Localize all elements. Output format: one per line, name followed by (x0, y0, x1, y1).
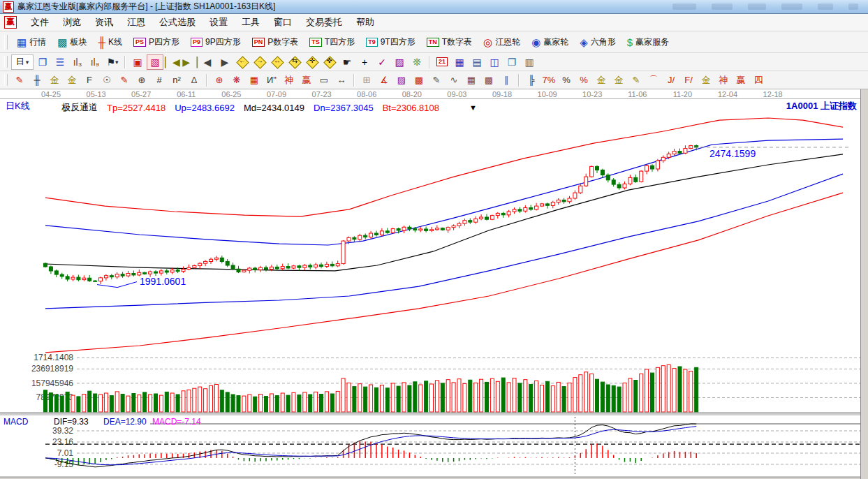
toolbar-button-p-number-table[interactable]: PNP数字表 (247, 34, 304, 50)
dual-screen-icon: ❐ (508, 57, 517, 68)
red-pen-tool-button[interactable]: ✎ (116, 73, 133, 88)
diamond-left-button[interactable]: ← (234, 54, 251, 70)
menu-item-window[interactable]: 窗口 (267, 14, 299, 31)
toolbar-button-9p-square[interactable]: P99P四方形 (186, 34, 246, 50)
quote-list-button[interactable]: ☰ (52, 54, 68, 70)
spiral-tool-button[interactable]: ☉ (98, 73, 115, 88)
ruler-123-tool-button[interactable]: ▭ (316, 73, 332, 88)
percent-levels-tool-button[interactable]: % (575, 73, 592, 88)
web-star-tool-button[interactable]: ❋ (228, 73, 245, 88)
wave-tool-button[interactable]: ⌒ (645, 73, 662, 88)
shen-tool-button[interactable]: 神 (281, 73, 297, 88)
toolbar-button-p-square[interactable]: PSP四方形 (128, 34, 184, 50)
toolbar-button-kline[interactable]: ╫K线 (93, 34, 127, 50)
gann-lines-tool-button[interactable]: ╫ (29, 73, 45, 88)
calendar-button[interactable]: 21 (434, 54, 450, 70)
diamond-expand-button[interactable]: ✜ (321, 54, 338, 70)
menu-item-tools[interactable]: 工具 (235, 14, 267, 31)
time-circle-tool-button[interactable]: ⊕ (133, 73, 150, 88)
diamond-hexpand-button[interactable]: ↔ (269, 54, 286, 70)
dual-screen-button[interactable]: ❐ (503, 54, 520, 70)
k-mark-tool-button[interactable]: И" (263, 73, 280, 88)
period-day-button[interactable]: 日▾ (11, 54, 34, 70)
seven-percent-tool-button[interactable]: 7% (540, 73, 557, 88)
menu-item-file[interactable]: 文件 (24, 14, 56, 31)
menu-item-browse[interactable]: 浏览 (56, 14, 88, 31)
gold-lines-tool-button[interactable]: 金 (610, 73, 627, 88)
crosshair-tool-button[interactable]: + (356, 54, 373, 70)
n2-tool-button[interactable]: n² (168, 73, 185, 88)
red-frame-tool-button[interactable]: ▣ (129, 54, 146, 70)
si-angle-tool-button[interactable]: 四 (750, 73, 767, 88)
menu-item-formula-picker[interactable]: 公式选股 (152, 14, 203, 31)
save-button[interactable]: ◫ (486, 54, 503, 70)
volume-profile-button[interactable]: ▧ (147, 54, 163, 70)
memo-button[interactable]: ▤ (469, 54, 485, 70)
angle-tool-button[interactable]: ∆ (186, 73, 203, 88)
legend-dropdown-caret[interactable]: ▼ (469, 103, 477, 112)
flag-marker-button[interactable]: ⚑▾ (104, 54, 121, 70)
gold-box-tool-button[interactable]: 金 (64, 73, 80, 88)
menu-item-help[interactable]: 帮助 (349, 14, 381, 31)
toolbar-button-gann-wheel[interactable]: ◎江恩轮 (478, 34, 525, 50)
gold-section-tool-button[interactable]: 金 (46, 73, 63, 88)
title-bar[interactable]: 赢 赢家江恩专业版[赢家内部服务平台] - [上证指数 SH1A0001-163… (0, 0, 868, 14)
green-web-tool-button[interactable]: ❊ (409, 54, 425, 70)
ying-angle-tool-button[interactable]: 赢 (733, 73, 749, 88)
f-angle-tool-button[interactable]: F/ (680, 73, 697, 88)
gray-grid-tool-button[interactable]: ⊞ (358, 73, 375, 88)
menu-item-settings[interactable]: 设置 (203, 14, 235, 31)
toolbar-button-t-square[interactable]: TST四方形 (304, 34, 360, 50)
ruler-lines-tool-button[interactable]: # (151, 73, 168, 88)
toolbar-button-sectors[interactable]: ▩板块 (52, 34, 91, 50)
printer-button[interactable]: ▥ (521, 54, 538, 70)
gold-pen-tool-button[interactable]: ✎ (628, 73, 645, 88)
pointer-check-tool-button[interactable]: ✓ (374, 54, 390, 70)
toolbar-button-winner-service[interactable]: $赢家服务 (622, 34, 674, 50)
pen2-tool-button[interactable]: ✎ (428, 73, 445, 88)
last-bar-button[interactable]: ▶▕ (182, 54, 198, 70)
diamond-cross-button[interactable]: ✛ (304, 54, 321, 70)
toolbar-button-winner-wheel[interactable]: ◉赢家轮 (527, 34, 573, 50)
diamond-hshrink-button[interactable]: ⇆ (286, 54, 303, 70)
toolbar-button-9t-square[interactable]: T99T四方形 (361, 34, 420, 50)
window-tile-button[interactable]: ❐ (34, 54, 51, 70)
web-grid-tool-button[interactable]: ▦ (246, 73, 263, 88)
percent-tool-button[interactable]: % (558, 73, 575, 88)
calculator-button[interactable]: ▦ (451, 54, 468, 70)
width-arrows-tool-button[interactable]: ↔ (333, 73, 350, 88)
toolbar-button-label: T数字表 (442, 36, 472, 48)
mini-chart3-button[interactable]: ıl₃ (69, 54, 86, 70)
mini-chart9-button[interactable]: ıl₉ (87, 54, 103, 70)
pen-tool-button[interactable]: ✎ (11, 73, 28, 88)
box-grid-tool-button[interactable]: ▩ (480, 73, 497, 88)
fib-tool-button[interactable]: F (81, 73, 98, 88)
red-grid-fan-tool-button[interactable]: ▩ (411, 73, 427, 88)
menu-item-trade-entrust[interactable]: 交易委托 (299, 14, 349, 31)
chart-plot[interactable]: 1714.14082369189191579459467897297339.32… (0, 115, 861, 479)
prev-bar-button[interactable]: ◀ (199, 54, 216, 70)
toolbar-button-hexagon[interactable]: ◈六角形 (575, 34, 621, 50)
gold-angle-tool-button[interactable]: 金 (698, 73, 714, 88)
ying-tool-button[interactable]: 赢 (298, 73, 315, 88)
shen-angle-tool-button[interactable]: 神 (715, 73, 732, 88)
compass-tool-button[interactable]: ⊕ (211, 73, 228, 88)
red-fan-tool-button[interactable]: ∡ (376, 73, 392, 88)
zigzag-tool-button[interactable]: ∿ (446, 73, 462, 88)
hand-tool-button[interactable]: ☛ (339, 54, 355, 70)
dot-grid-tool-button[interactable]: ▦ (463, 73, 480, 88)
parallel-lines-tool-button[interactable]: ∥ (498, 73, 515, 88)
channel-indicator-legend[interactable]: 极反通道 Tp=2527.4418Up=2483.6692Md=2434.014… (61, 101, 477, 114)
gold-circle-tool-button[interactable]: 金 (593, 73, 610, 88)
menu-item-gann[interactable]: 江恩 (120, 14, 152, 31)
first-bar-button[interactable]: ▏◀ (164, 54, 181, 70)
purple-fan-tool-button[interactable]: ▨ (393, 73, 410, 88)
menu-item-news[interactable]: 资讯 (88, 14, 120, 31)
next-bar-button[interactable]: ▶ (216, 54, 233, 70)
diamond-right-button[interactable]: → (251, 54, 268, 70)
toolbar-button-quotes[interactable]: ▦行情 (12, 34, 51, 50)
toolbar-button-t-number-table[interactable]: TNT数字表 (422, 34, 477, 50)
j-angle-tool-button[interactable]: J/ (663, 73, 679, 88)
purple-grid-tool-button[interactable]: ▨ (391, 54, 408, 70)
scale-ruler-tool-button[interactable]: ╠ (523, 73, 540, 88)
